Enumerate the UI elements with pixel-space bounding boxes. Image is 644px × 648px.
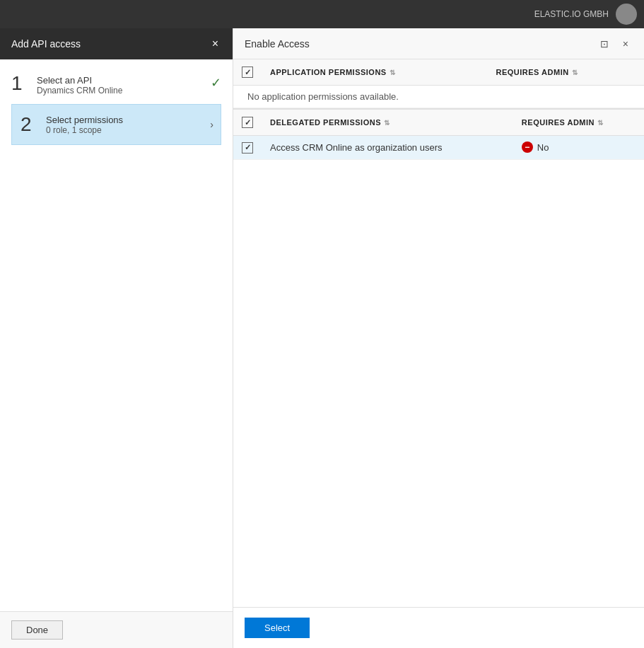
step-1-subtitle: Dynamics CRM Online (37, 86, 211, 96)
step-2-number: 2 (21, 113, 46, 136)
left-panel: Add API access × 1 Select an API Dynamic… (0, 28, 233, 648)
app-perms-requires-admin-header: REQUIRES ADMIN ⇅ (487, 59, 644, 86)
crm-requires-admin-content: No (522, 141, 636, 153)
delegated-perms-header-row: DELEGATED PERMISSIONS ⇅ REQUIRES ADMIN ⇅ (233, 110, 644, 136)
company-name: ELASTIC.IO GMBH (534, 9, 609, 19)
right-panel-body: APPLICATION PERMISSIONS ⇅ REQUIRES ADMIN… (233, 59, 644, 607)
step-2-chevron-icon: › (210, 119, 213, 130)
right-panel-close-button[interactable]: × (619, 37, 633, 51)
app-perms-header-row: APPLICATION PERMISSIONS ⇅ REQUIRES ADMIN… (233, 59, 644, 86)
app-perms-label: APPLICATION PERMISSIONS (270, 68, 387, 76)
step-2[interactable]: 2 Select permissions 0 role, 1 scope › (11, 104, 221, 145)
right-panel: Enable Access ⊡ × (233, 28, 644, 648)
step-1-title: Select an API (37, 75, 211, 86)
right-panel-controls: ⊡ × (596, 37, 633, 51)
step-2-title: Select permissions (46, 115, 210, 125)
crm-perm-checkbox[interactable] (242, 142, 253, 154)
delegated-perms-select-all-checkbox[interactable] (242, 117, 253, 128)
application-permissions-table: APPLICATION PERMISSIONS ⇅ REQUIRES ADMIN… (233, 59, 644, 108)
delegated-perm-checkbox-cell (233, 136, 262, 160)
delegated-perms-requires-admin-header: REQUIRES ADMIN ⇅ (513, 110, 644, 136)
minimize-button[interactable]: ⊡ (596, 37, 613, 51)
left-panel-footer: Done (0, 611, 233, 648)
delegated-perms-sort-icon: ⇅ (384, 119, 390, 127)
delegated-perm-row-crm: Access CRM Online as organization users … (233, 136, 644, 160)
delegated-permissions-section: DELEGATED PERMISSIONS ⇅ REQUIRES ADMIN ⇅ (233, 110, 644, 160)
no-app-perms-text: No application permissions available. (242, 91, 399, 102)
left-panel-title: Add API access (11, 38, 81, 50)
done-button[interactable]: Done (11, 620, 63, 640)
top-bar: ELASTIC.IO GMBH (0, 0, 644, 28)
right-panel-footer: Select (233, 607, 644, 648)
no-app-perms-row: No application permissions available. (233, 86, 644, 108)
left-panel-body: 1 Select an API Dynamics CRM Online ✓ 2 … (0, 59, 233, 611)
step-2-subtitle: 0 role, 1 scope (46, 125, 210, 135)
no-app-perms-cell: No application permissions available. (233, 86, 644, 108)
crm-perm-label: Access CRM Online as organization users (270, 142, 443, 153)
step-2-content: Select permissions 0 role, 1 scope (46, 115, 210, 135)
left-panel-close-button[interactable]: × (209, 35, 221, 53)
application-permissions-section: APPLICATION PERMISSIONS ⇅ REQUIRES ADMIN… (233, 59, 644, 110)
left-panel-header: Add API access × (0, 28, 233, 59)
app-perms-select-all-checkbox[interactable] (242, 66, 253, 78)
right-panel-header: Enable Access ⊡ × (233, 28, 644, 59)
app-perms-sort-icon: ⇅ (390, 69, 395, 76)
avatar[interactable] (616, 4, 637, 25)
crm-requires-admin-value: No (537, 142, 549, 153)
step-1-number: 1 (11, 74, 37, 93)
no-admin-icon (522, 141, 533, 153)
app-perms-checkbox-header (233, 59, 262, 86)
select-button[interactable]: Select (245, 618, 310, 638)
app-perms-requires-admin-label: REQUIRES ADMIN (496, 68, 568, 76)
delegated-perms-name-header: DELEGATED PERMISSIONS ⇅ (262, 110, 513, 136)
delegated-perms-label: DELEGATED PERMISSIONS (270, 118, 381, 127)
delegated-perms-checkbox-header (233, 110, 262, 136)
crm-perm-requires-admin-cell: No (513, 136, 644, 160)
app-perms-requires-admin-sort-icon: ⇅ (572, 69, 578, 76)
step-1: 1 Select an API Dynamics CRM Online ✓ (11, 74, 221, 96)
delegated-perms-requires-admin-label: REQUIRES ADMIN (522, 118, 595, 127)
right-panel-title: Enable Access (245, 38, 310, 50)
main-container: Add API access × 1 Select an API Dynamic… (0, 28, 644, 648)
app-perms-name-header: APPLICATION PERMISSIONS ⇅ (262, 59, 487, 86)
crm-perm-label-cell: Access CRM Online as organization users (262, 136, 513, 160)
step-1-check-icon: ✓ (211, 75, 221, 91)
step-1-content: Select an API Dynamics CRM Online (37, 74, 211, 96)
delegated-perms-requires-admin-sort-icon: ⇅ (597, 119, 603, 127)
delegated-permissions-table: DELEGATED PERMISSIONS ⇅ REQUIRES ADMIN ⇅ (233, 110, 644, 160)
